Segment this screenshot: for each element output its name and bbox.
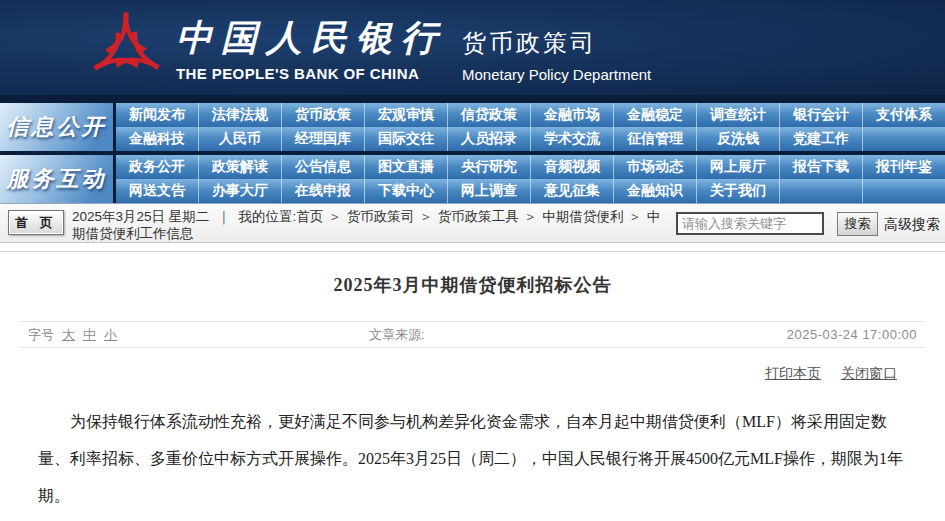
nav-item[interactable]: 调查统计: [696, 103, 779, 127]
breadcrumb-item[interactable]: 中期借贷便利: [542, 209, 623, 224]
article-datetime: 2025-03-24 17:00:00: [787, 327, 917, 342]
nav-item[interactable]: 金融科技: [116, 127, 198, 151]
breadcrumb-separator: ＞: [628, 209, 642, 224]
font-size-medium-link[interactable]: 中: [83, 326, 96, 344]
bank-name-cn: 中国人民银行: [176, 14, 446, 63]
nav-item[interactable]: 学术交流: [530, 127, 613, 151]
nav-section-label[interactable]: 信息公开: [0, 103, 113, 151]
article-actions-top: 打印本页 关闭窗口: [0, 365, 945, 383]
main-nav: 信息公开新闻发布法律法规货币政策宏观审慎信贷政策金融市场金融稳定调查统计银行会计…: [0, 95, 945, 203]
home-button[interactable]: 首 页: [8, 210, 64, 235]
nav-item[interactable]: 宏观审慎: [364, 103, 447, 127]
nav-item[interactable]: 关于我们: [696, 179, 779, 203]
nav-item-empty: [862, 179, 945, 203]
font-size-controls: 字号 大 中 小: [28, 326, 117, 344]
article-body: 为保持银行体系流动性充裕，更好满足不同参与机构差异化资金需求，自本月起中期借贷便…: [38, 403, 907, 514]
department-name-cn: 货币政策司: [462, 27, 651, 59]
nav-item[interactable]: 信贷政策: [447, 103, 530, 127]
print-page-link[interactable]: 打印本页: [765, 365, 821, 383]
breadcrumb-item[interactable]: 货币政策工具: [438, 209, 519, 224]
nav-item[interactable]: 征信管理: [613, 127, 696, 151]
nav-item[interactable]: 党建工作: [779, 127, 862, 151]
breadcrumb-separator: ＞: [524, 209, 538, 224]
nav-item[interactable]: 金融稳定: [613, 103, 696, 127]
nav-item[interactable]: 在线申报: [281, 179, 364, 203]
nav-item[interactable]: 金融市场: [530, 103, 613, 127]
advanced-search-link[interactable]: 高级搜索: [884, 216, 940, 234]
nav-item[interactable]: 意见征集: [530, 179, 613, 203]
nav-item[interactable]: 经理国库: [281, 127, 364, 151]
nav-item[interactable]: 人员招录: [447, 127, 530, 151]
article-source-label: 文章来源:: [369, 326, 425, 344]
font-size-small-link[interactable]: 小: [104, 326, 117, 344]
current-date: 2025年3月25日 星期二: [72, 209, 209, 224]
breadcrumb-separator: ＞: [328, 209, 342, 224]
nav-item[interactable]: 货币政策: [281, 103, 364, 127]
nav-item[interactable]: 反洗钱: [696, 127, 779, 151]
breadcrumb-bar: 首 页 2025年3月25日 星期二｜我的位置:首页＞货币政策司＞货币政策工具＞…: [0, 203, 945, 243]
nav-item[interactable]: 人民币: [198, 127, 281, 151]
breadcrumb-location-label[interactable]: 我的位置:首页: [239, 209, 324, 224]
breadcrumb: 2025年3月25日 星期二｜我的位置:首页＞货币政策司＞货币政策工具＞中期借贷…: [72, 208, 672, 242]
nav-item[interactable]: 国际交往: [364, 127, 447, 151]
breadcrumb-separator: ＞: [419, 209, 433, 224]
nav-item[interactable]: 政策解读: [198, 155, 281, 179]
nav-item[interactable]: 公告信息: [281, 155, 364, 179]
bank-name-block: 中国人民银行 THE PEOPLE'S BANK OF CHINA: [176, 14, 446, 82]
nav-item[interactable]: 金融知识: [613, 179, 696, 203]
font-size-large-link[interactable]: 大: [62, 326, 75, 344]
department-name-en: Monetary Policy Department: [462, 66, 651, 83]
bank-name-en: THE PEOPLE'S BANK OF CHINA: [176, 65, 446, 82]
nav-section-1: 服务互动政务公开政策解读公告信息图文直播央行研究音频视频市场动态网上展厅报告下载…: [0, 155, 945, 203]
nav-item[interactable]: 市场动态: [613, 155, 696, 179]
nav-section-label[interactable]: 服务互动: [0, 155, 113, 203]
nav-section-0: 信息公开新闻发布法律法规货币政策宏观审慎信贷政策金融市场金融稳定调查统计银行会计…: [0, 103, 945, 151]
close-window-link[interactable]: 关闭窗口: [841, 365, 897, 383]
search-input[interactable]: [676, 212, 824, 235]
nav-item[interactable]: 音频视频: [530, 155, 613, 179]
nav-item[interactable]: 图文直播: [364, 155, 447, 179]
department-block: 货币政策司 Monetary Policy Department: [462, 13, 651, 83]
article-meta-row: 字号 大 中 小 文章来源: 2025-03-24 17:00:00: [20, 321, 925, 348]
nav-item-empty: [779, 179, 862, 203]
nav-item[interactable]: 法律法规: [198, 103, 281, 127]
font-size-label: 字号: [28, 326, 54, 344]
nav-item[interactable]: 银行会计: [779, 103, 862, 127]
nav-item[interactable]: 办事大厅: [198, 179, 281, 203]
nav-item[interactable]: 央行研究: [447, 155, 530, 179]
site-header: 人 人 人 中国人民银行 THE PEOPLE'S BANK OF CHINA …: [0, 0, 945, 95]
breadcrumb-item[interactable]: 货币政策司: [347, 209, 415, 224]
nav-item[interactable]: 支付体系: [862, 103, 945, 127]
nav-item[interactable]: 网送文告: [116, 179, 198, 203]
nav-item[interactable]: 网上调查: [447, 179, 530, 203]
nav-item[interactable]: 政务公开: [116, 155, 198, 179]
pboc-emblem-icon: 人 人 人: [86, 8, 166, 88]
nav-item[interactable]: 报告下载: [779, 155, 862, 179]
article-panel: 2025年3月中期借贷便利招标公告 字号 大 中 小 文章来源: 2025-03…: [0, 251, 945, 521]
nav-item[interactable]: 下载中心: [364, 179, 447, 203]
article-title: 2025年3月中期借贷便利招标公告: [0, 273, 945, 297]
breadcrumb-divider: ｜: [217, 209, 230, 224]
nav-item-empty: [862, 127, 945, 151]
nav-item[interactable]: 报刊年鉴: [862, 155, 945, 179]
nav-item[interactable]: 新闻发布: [116, 103, 198, 127]
search-button[interactable]: 搜索: [837, 212, 878, 236]
nav-item[interactable]: 网上展厅: [696, 155, 779, 179]
